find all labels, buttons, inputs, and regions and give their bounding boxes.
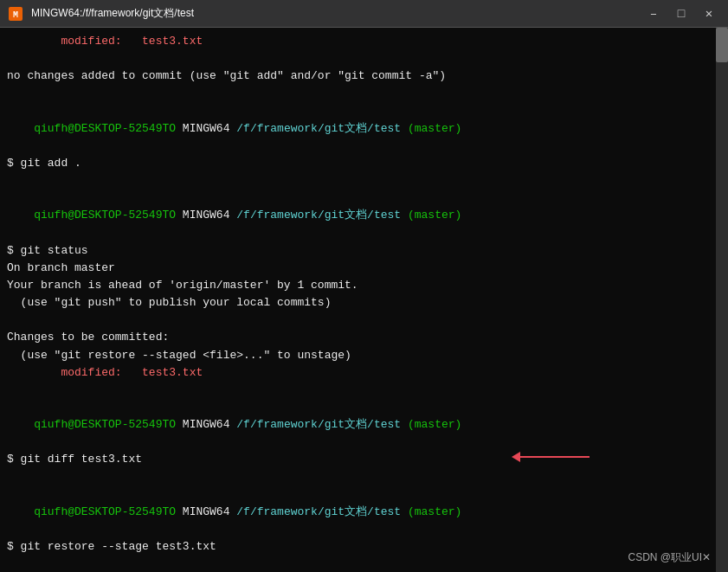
line-modified-2: modified: test3.txt xyxy=(7,364,721,382)
line-no-changes: no changes added to commit (use "git add… xyxy=(7,67,721,85)
line-ahead: Your branch is ahead of 'origin/master' … xyxy=(7,277,721,294)
title-bar: M MINGW64:/f/framework/git文档/test – □ ✕ xyxy=(0,0,728,28)
line-use-restore: (use "git restore --staged <file>..." to… xyxy=(7,347,721,364)
line-use-push: (use "git push" to publish your local co… xyxy=(7,294,721,312)
watermark: CSDN @职业UI✕ xyxy=(628,550,711,565)
terminal-body: modified: test3.txt no changes added to … xyxy=(0,28,728,572)
close-button[interactable]: ✕ xyxy=(697,4,721,23)
command-git-restore: $ git restore --stage test3.txt xyxy=(7,538,721,556)
maximize-button[interactable]: □ xyxy=(669,4,693,23)
prompt-line-3: qiufh@DESKTOP-52549TO MINGW64 /f/framewo… xyxy=(7,399,721,451)
prompt-line-2: qiufh@DESKTOP-52549TO MINGW64 /f/framewo… xyxy=(7,190,721,241)
scrollbar-thumb[interactable] xyxy=(716,28,728,62)
line-modified-1: modified: test3.txt xyxy=(7,33,721,50)
svg-text:M: M xyxy=(13,10,18,20)
minimize-button[interactable]: – xyxy=(641,4,666,23)
command-git-status: $ git status xyxy=(7,242,721,260)
scrollbar[interactable] xyxy=(716,28,728,572)
command-git-add: $ git add . xyxy=(7,155,721,172)
prompt-line-4: qiufh@DESKTOP-52549TO MINGW64 /f/framewo… xyxy=(7,486,721,538)
line-blank-7 xyxy=(7,556,721,572)
title-text: MINGW64:/f/framework/git文档/test xyxy=(31,6,194,21)
command-git-diff-1: $ git diff test3.txt xyxy=(7,451,721,468)
prompt-line-1: qiufh@DESKTOP-52549TO MINGW64 /f/framewo… xyxy=(7,103,721,155)
title-icon: M xyxy=(7,5,24,22)
line-blank-3 xyxy=(7,172,721,190)
line-blank-2 xyxy=(7,85,721,102)
line-changes-committed: Changes to be committed: xyxy=(7,329,721,346)
line-on-branch: On branch master xyxy=(7,260,721,277)
line-blank-6 xyxy=(7,469,721,486)
line-blank-1 xyxy=(7,50,721,67)
line-blank-5 xyxy=(7,382,721,399)
line-blank-4 xyxy=(7,312,721,329)
